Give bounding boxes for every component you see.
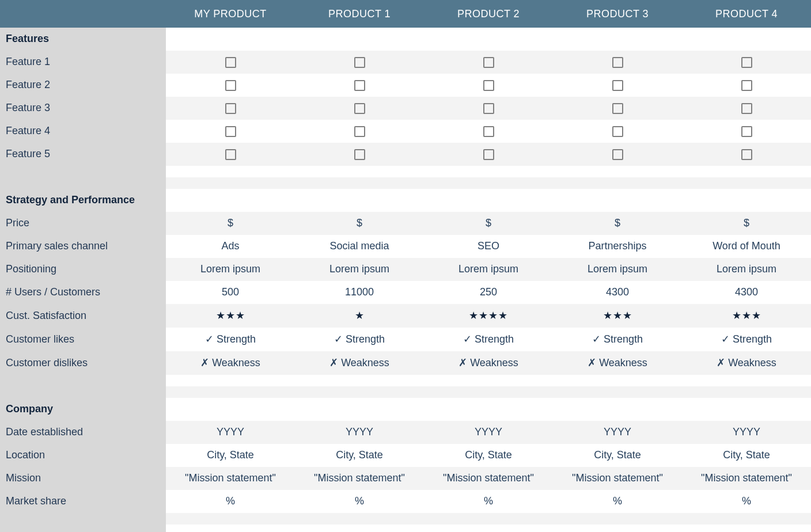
checkbox-icon[interactable] xyxy=(225,149,236,160)
cell[interactable] xyxy=(553,74,682,97)
cell: "Mission statement" xyxy=(682,467,811,490)
checkbox-icon[interactable] xyxy=(612,57,623,68)
checkbox-icon[interactable] xyxy=(225,126,236,137)
cell[interactable] xyxy=(682,97,811,120)
cell: Social media xyxy=(295,235,424,258)
cell: $ xyxy=(424,212,553,235)
cell: YYYY xyxy=(166,421,295,444)
cell: $ xyxy=(295,212,424,235)
checkbox-icon[interactable] xyxy=(354,103,365,114)
column-header: MY PRODUCT xyxy=(166,0,295,28)
section-title: Features xyxy=(0,28,166,51)
star-rating: ★★★★ xyxy=(469,310,508,321)
spacer-cell xyxy=(166,177,295,189)
cell[interactable] xyxy=(424,143,553,166)
checkbox-icon[interactable] xyxy=(612,149,623,160)
checkbox-icon[interactable] xyxy=(612,126,623,137)
checkbox-icon[interactable] xyxy=(354,80,365,91)
cell[interactable] xyxy=(682,51,811,74)
cell[interactable] xyxy=(166,74,295,97)
cell[interactable] xyxy=(295,120,424,143)
empty-cell xyxy=(295,189,424,212)
cell: City, State xyxy=(295,444,424,467)
checkbox-icon[interactable] xyxy=(612,80,623,91)
cell: "Mission statement" xyxy=(295,467,424,490)
table-row: Feature 1 xyxy=(0,51,811,74)
spacer-cell xyxy=(553,177,682,189)
cell[interactable] xyxy=(295,143,424,166)
cell[interactable] xyxy=(553,120,682,143)
cell: $ xyxy=(682,212,811,235)
cell: Word of Mouth xyxy=(682,235,811,258)
cell[interactable] xyxy=(682,74,811,97)
table-body: FeaturesFeature 1Feature 2Feature 3Featu… xyxy=(0,28,811,532)
checkbox-icon[interactable] xyxy=(483,103,494,114)
cell: Lorem ipsum xyxy=(682,258,811,281)
cell: City, State xyxy=(553,444,682,467)
checkbox-icon[interactable] xyxy=(354,57,365,68)
checkbox-icon[interactable] xyxy=(483,149,494,160)
checkbox-icon[interactable] xyxy=(741,149,752,160)
cell[interactable] xyxy=(166,143,295,166)
cell[interactable] xyxy=(682,120,811,143)
spacer-cell xyxy=(553,375,682,386)
row-label: Customer likes xyxy=(0,328,166,351)
cell[interactable] xyxy=(166,120,295,143)
corner-cell xyxy=(0,0,166,28)
cell: ★★★★ xyxy=(424,304,553,328)
cell[interactable] xyxy=(682,143,811,166)
cell[interactable] xyxy=(295,74,424,97)
empty-cell xyxy=(682,189,811,212)
row-label: Feature 1 xyxy=(0,51,166,74)
checkbox-icon[interactable] xyxy=(225,80,236,91)
cell: 4300 xyxy=(682,281,811,304)
cell[interactable] xyxy=(553,97,682,120)
cell[interactable] xyxy=(166,51,295,74)
cell[interactable] xyxy=(166,97,295,120)
cell[interactable] xyxy=(424,74,553,97)
table-row: LocationCity, StateCity, StateCity, Stat… xyxy=(0,444,811,467)
empty-cell xyxy=(166,398,295,421)
spacer-cell xyxy=(166,513,295,525)
cell[interactable] xyxy=(295,51,424,74)
empty-cell xyxy=(166,189,295,212)
table-row: Feature 4 xyxy=(0,120,811,143)
checkbox-icon[interactable] xyxy=(612,103,623,114)
cell: "Mission statement" xyxy=(424,467,553,490)
checkbox-icon[interactable] xyxy=(354,149,365,160)
checkbox-icon[interactable] xyxy=(741,57,752,68)
checkbox-icon[interactable] xyxy=(741,126,752,137)
table-row: Customer dislikes✗ Weakness✗ Weakness✗ W… xyxy=(0,351,811,375)
checkbox-icon[interactable] xyxy=(741,103,752,114)
cell: ✓ Strength xyxy=(682,328,811,351)
checkbox-icon[interactable] xyxy=(225,103,236,114)
checkbox-icon[interactable] xyxy=(354,126,365,137)
checkbox-icon[interactable] xyxy=(741,80,752,91)
cell: Lorem ipsum xyxy=(166,258,295,281)
cell[interactable] xyxy=(553,51,682,74)
empty-cell xyxy=(553,398,682,421)
checkbox-icon[interactable] xyxy=(483,57,494,68)
cell[interactable] xyxy=(424,51,553,74)
cell[interactable] xyxy=(424,97,553,120)
spacer-cell xyxy=(553,166,682,177)
checkbox-icon[interactable] xyxy=(483,80,494,91)
spacer-cell xyxy=(424,166,553,177)
cell[interactable] xyxy=(553,143,682,166)
cell: ✗ Weakness xyxy=(553,351,682,375)
spacer-cell xyxy=(295,166,424,177)
spacer-cell xyxy=(424,513,553,525)
cell[interactable] xyxy=(424,120,553,143)
row-label: Primary sales channel xyxy=(0,235,166,258)
empty-cell xyxy=(424,189,553,212)
cell: ✗ Weakness xyxy=(424,351,553,375)
cell: ★ xyxy=(295,304,424,328)
checkbox-icon[interactable] xyxy=(483,126,494,137)
cell: Lorem ipsum xyxy=(553,258,682,281)
cell[interactable] xyxy=(295,97,424,120)
cell: "Mission statement" xyxy=(166,467,295,490)
checkbox-icon[interactable] xyxy=(225,57,236,68)
cell: City, State xyxy=(424,444,553,467)
row-label: Price xyxy=(0,212,166,235)
spacer-cell xyxy=(0,166,166,177)
